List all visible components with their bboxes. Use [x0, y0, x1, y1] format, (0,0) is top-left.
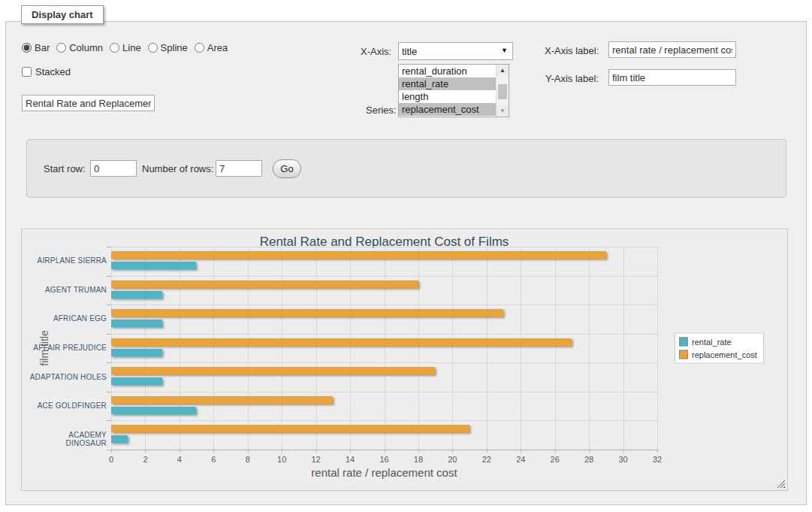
- chart-type-radio-area[interactable]: [195, 43, 204, 53]
- panel-title: Display chart: [32, 9, 93, 20]
- legend-swatch-replacement_cost: [679, 350, 688, 359]
- chart-type-radio-spline[interactable]: [148, 43, 158, 53]
- bar-rental_rate[interactable]: [111, 320, 162, 327]
- x-tick-label: 26: [544, 455, 566, 464]
- chart-type-radio-bar[interactable]: [22, 43, 32, 53]
- gridline: [623, 247, 624, 450]
- chart-type-label: Spline: [161, 42, 188, 53]
- bar-rental_rate[interactable]: [111, 435, 128, 443]
- series-option-rental_rate[interactable]: rental_rate: [399, 77, 496, 90]
- go-button[interactable]: Go: [273, 159, 301, 178]
- chart-type-radio-line[interactable]: [110, 43, 119, 53]
- legend-item-rental_rate[interactable]: rental_rate: [679, 338, 757, 347]
- y-axis-tick: [107, 392, 111, 392]
- series-option-rental_duration[interactable]: rental_duration: [399, 65, 496, 77]
- gridline: [213, 247, 214, 450]
- x-tick-label: 12: [305, 455, 328, 464]
- x-axis-tick: [521, 450, 521, 453]
- gridline: [521, 247, 521, 450]
- bar-replacement_cost[interactable]: [111, 367, 435, 374]
- bar-rental_rate[interactable]: [111, 262, 196, 269]
- chart-type-option-line[interactable]: Line: [110, 42, 141, 53]
- category-label: ACADEMY DINOSAUR: [27, 431, 107, 447]
- gridline: [657, 247, 658, 450]
- category-label: AGENT TRUMAN: [27, 286, 107, 294]
- x-axis-tick: [350, 450, 351, 453]
- series-options: rental_durationrental_ratelengthreplacem…: [399, 65, 496, 117]
- scrollbar-thumb[interactable]: [498, 84, 507, 99]
- chart-type-radio-column[interactable]: [56, 43, 66, 53]
- x-tick-label: 22: [475, 455, 498, 464]
- x-tick-label: 16: [373, 455, 396, 464]
- x-axis-tick: [452, 450, 453, 453]
- bar-replacement_cost[interactable]: [111, 309, 503, 317]
- gridline: [111, 276, 657, 277]
- scroll-down-icon[interactable]: ▼: [497, 105, 509, 117]
- start-row-input[interactable]: [90, 160, 137, 177]
- x-tick-label: 20: [441, 455, 463, 464]
- gridline: [111, 247, 657, 247]
- xaxis-select-label: X-Axis:: [361, 46, 391, 57]
- number-of-rows-label: Number of rows:: [142, 163, 213, 174]
- chart-type-option-spline[interactable]: Spline: [148, 42, 188, 53]
- x-tick-label: 6: [202, 455, 225, 464]
- x-axis-tick: [657, 450, 658, 453]
- bar-replacement_cost[interactable]: [111, 396, 333, 404]
- x-axis-tick: [385, 450, 385, 453]
- x-axis-tick: [180, 450, 180, 453]
- number-of-rows-input[interactable]: [216, 160, 262, 177]
- x-axis-tick: [145, 450, 146, 453]
- bar-replacement_cost[interactable]: [111, 251, 606, 259]
- bar-rental_rate[interactable]: [111, 377, 162, 385]
- chart-type-radio-group: BarColumnLineSplineArea: [22, 42, 228, 53]
- chart-type-option-area[interactable]: Area: [195, 42, 228, 53]
- category-label: ACE GOLDFINGER: [27, 401, 107, 410]
- start-row-label: Start row:: [44, 163, 86, 174]
- series-listbox[interactable]: rental_durationrental_ratelengthreplacem…: [398, 64, 509, 117]
- chart-type-option-column[interactable]: Column: [56, 42, 103, 53]
- y-axis-tick: [107, 362, 111, 363]
- gridline: [111, 420, 657, 421]
- x-tick-label: 24: [509, 455, 532, 464]
- chart-type-label: Area: [207, 42, 228, 53]
- y-axis-tick: [107, 450, 111, 450]
- rows-panel: Start row: Number of rows: Go: [26, 139, 786, 198]
- x-axis-tick: [418, 450, 419, 453]
- listbox-scrollbar[interactable]: ▲ ▼: [496, 65, 509, 117]
- stacked-checkbox[interactable]: [22, 67, 32, 77]
- x-tick-label: 30: [612, 455, 635, 464]
- resize-handle-icon[interactable]: [777, 480, 785, 488]
- xaxis-label-input[interactable]: [608, 41, 736, 58]
- x-axis-tick: [248, 450, 249, 453]
- bar-rental_rate[interactable]: [111, 291, 162, 298]
- bar-replacement_cost[interactable]: [111, 280, 418, 288]
- x-axis-tick: [589, 450, 590, 453]
- gridline: [111, 392, 657, 392]
- x-tick-label: 4: [168, 455, 191, 464]
- series-option-length[interactable]: length: [399, 90, 496, 103]
- bar-rental_rate[interactable]: [111, 407, 196, 414]
- bar-replacement_cost[interactable]: [111, 425, 469, 432]
- gridline: [111, 334, 657, 335]
- x-tick-label: 28: [578, 455, 600, 464]
- gridline: [555, 247, 556, 450]
- series-option-replacement_cost[interactable]: replacement_cost: [399, 103, 496, 116]
- xaxis-select[interactable]: title: [398, 42, 513, 60]
- stacked-checkbox-row[interactable]: Stacked: [22, 66, 71, 77]
- x-tick-label: 32: [646, 455, 669, 464]
- legend-item-replacement_cost[interactable]: replacement_cost: [679, 350, 757, 359]
- gridline: [418, 247, 419, 450]
- yaxis-label-label: Y-Axis label:: [545, 73, 599, 84]
- scroll-up-icon[interactable]: ▲: [497, 65, 509, 76]
- x-tick-label: 8: [237, 455, 259, 464]
- chart-title-input[interactable]: [22, 95, 155, 111]
- y-axis-tick: [107, 304, 111, 305]
- bar-rental_rate[interactable]: [111, 349, 162, 356]
- chart-legend: rental_ratereplacement_cost: [675, 333, 764, 364]
- chart-type-option-bar[interactable]: Bar: [22, 42, 50, 53]
- x-tick-label: 10: [270, 455, 293, 464]
- legend-swatch-rental_rate: [679, 338, 688, 347]
- category-label: AFFAIR PREJUDICE: [27, 344, 107, 352]
- yaxis-label-input[interactable]: [608, 69, 736, 86]
- bar-replacement_cost[interactable]: [111, 338, 572, 346]
